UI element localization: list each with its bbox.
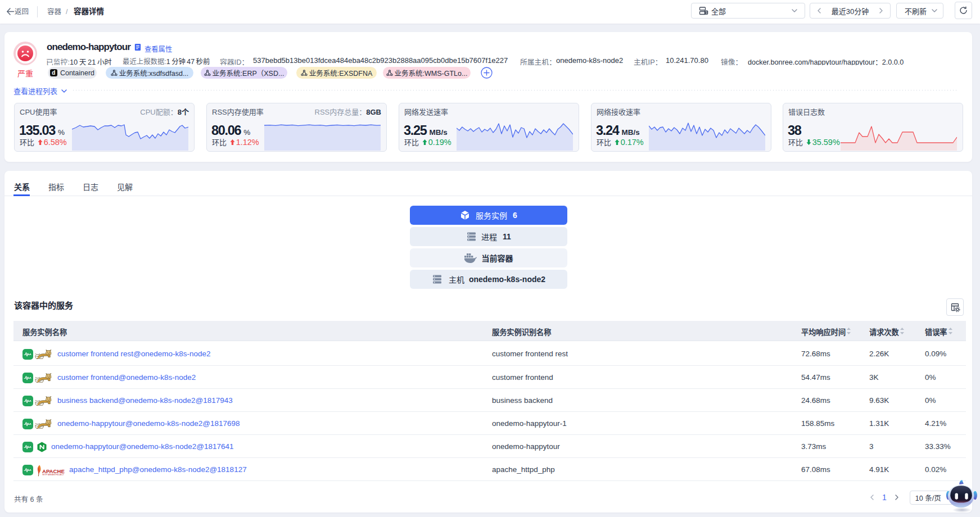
svg-text:APACHE: APACHE (42, 468, 65, 474)
svg-text:HTTP SERVER PROJECT: HTTP SERVER PROJECT (43, 474, 64, 476)
svg-text:d: d (52, 70, 55, 76)
